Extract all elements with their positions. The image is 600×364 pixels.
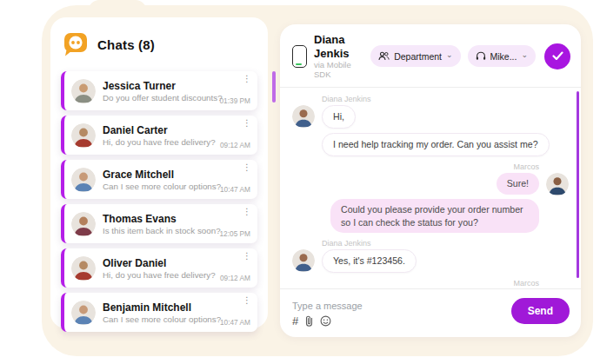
attachment-icon[interactable] bbox=[304, 315, 314, 327]
peer-channel: via Mobile SDK bbox=[314, 60, 363, 79]
message-sender-label: Marcos bbox=[292, 162, 539, 171]
conversation-header: Diana Jenkis via Mobile SDK Department ⌄ bbox=[280, 24, 581, 87]
bubble-stack: Yes, it's #123456. bbox=[322, 249, 417, 273]
messages-scrollbar[interactable] bbox=[577, 91, 579, 278]
message-row: Sure!Could you please provide your order… bbox=[292, 173, 569, 233]
headset-icon bbox=[476, 51, 486, 62]
mobile-device-icon bbox=[292, 45, 307, 68]
peer-name: Diana Jenkis bbox=[314, 33, 363, 60]
emoji-icon[interactable] bbox=[320, 315, 331, 327]
app-canvas: Chats (8) Jessica TurnerDo you offer stu… bbox=[0, 0, 600, 364]
chats-sidebar: Chats (8) Jessica TurnerDo you offer stu… bbox=[50, 17, 268, 328]
chat-time: 01:39 PM bbox=[219, 96, 250, 105]
chats-title: Chats (8) bbox=[97, 37, 155, 52]
hashtag-icon[interactable]: # bbox=[292, 315, 298, 327]
department-label: Department bbox=[394, 51, 442, 62]
chat-time: 10:47 AM bbox=[220, 185, 250, 194]
send-button[interactable]: Send bbox=[511, 298, 570, 324]
message-bubble: Yes, it's #123456. bbox=[322, 249, 417, 273]
chat-app-logo-icon bbox=[63, 31, 89, 57]
chat-name: Oliver Daniel bbox=[103, 257, 250, 270]
chat-name: Grace Mitchell bbox=[103, 169, 250, 182]
message-row: Yes, it's #123456. bbox=[292, 249, 569, 273]
department-people-icon bbox=[378, 51, 390, 61]
chat-time: 12:05 PM bbox=[219, 229, 250, 238]
avatar bbox=[71, 256, 96, 281]
chat-time: 09:12 AM bbox=[220, 274, 250, 282]
chat-name: Jessica Turner bbox=[103, 80, 250, 93]
kebab-menu-icon[interactable]: ⋮ bbox=[243, 252, 251, 261]
message-group: Diana JenkinsYes, it's #123456. bbox=[292, 239, 569, 273]
message-sender-label: Diana Jenkins bbox=[322, 95, 569, 103]
resolve-check-button[interactable] bbox=[544, 43, 570, 69]
chat-list-item[interactable]: Grace MitchellCan I see more colour opti… bbox=[61, 160, 257, 199]
chat-name: Daniel Carter bbox=[103, 124, 250, 137]
message-bubble: Hi, bbox=[322, 105, 356, 129]
message-bubble: Sure! bbox=[497, 173, 539, 195]
avatar bbox=[71, 123, 96, 148]
conversation-panel: Diana Jenkis via Mobile SDK Department ⌄ bbox=[280, 24, 581, 337]
avatar bbox=[546, 173, 569, 195]
messages-area: Diana JenkinsHi,I need help tracking my … bbox=[280, 88, 581, 288]
chat-time: 09:12 AM bbox=[220, 141, 250, 149]
avatar bbox=[71, 301, 96, 325]
bubble-stack: Sure!Could you please provide your order… bbox=[330, 173, 539, 233]
chat-list-item[interactable]: Thomas EvansIs this item back in stock s… bbox=[61, 204, 257, 243]
chat-time: 10:47 AM bbox=[220, 318, 250, 327]
check-icon bbox=[552, 51, 563, 61]
sidebar-header: Chats (8) bbox=[50, 17, 268, 68]
chevron-down-icon: ⌄ bbox=[521, 50, 528, 59]
chat-list-item[interactable]: Benjamin MitchellCan I see more colour o… bbox=[61, 293, 257, 332]
avatar bbox=[71, 79, 96, 103]
message-sender-label: Diana Jenkins bbox=[322, 239, 569, 248]
chevron-down-icon: ⌄ bbox=[446, 50, 453, 59]
kebab-menu-icon[interactable]: ⋮ bbox=[243, 208, 251, 216]
avatar bbox=[71, 168, 96, 192]
avatar bbox=[292, 105, 315, 128]
kebab-menu-icon[interactable]: ⋮ bbox=[243, 296, 251, 305]
avatar bbox=[71, 212, 96, 236]
department-dropdown[interactable]: Department ⌄ bbox=[370, 45, 460, 67]
chat-name: Benjamin Mitchell bbox=[103, 301, 250, 314]
bubble-stack: Hi,I need help tracking my order. Can yo… bbox=[322, 105, 550, 156]
message-bubble: I need help tracking my order. Can you a… bbox=[322, 133, 550, 156]
chat-list-item[interactable]: Daniel CarterHi, do you have free delive… bbox=[61, 116, 257, 155]
kebab-menu-icon[interactable]: ⋮ bbox=[243, 75, 251, 83]
chat-list-scrollbar[interactable] bbox=[272, 71, 276, 103]
message-row: Hi,I need help tracking my order. Can yo… bbox=[292, 105, 569, 156]
message-input[interactable] bbox=[292, 301, 466, 311]
avatar bbox=[292, 249, 315, 272]
peer-meta: Diana Jenkis via Mobile SDK bbox=[314, 33, 363, 79]
chat-list: Jessica TurnerDo you offer student disco… bbox=[50, 68, 268, 332]
agent-dropdown[interactable]: Mike... ⌄ bbox=[468, 45, 536, 67]
chat-name: Thomas Evans bbox=[103, 213, 250, 226]
message-group: MarcosThank you! Let me check that for y… bbox=[292, 279, 569, 288]
message-sender-label: Marcos bbox=[292, 279, 539, 288]
kebab-menu-icon[interactable]: ⋮ bbox=[243, 119, 251, 128]
kebab-menu-icon[interactable]: ⋮ bbox=[243, 163, 251, 172]
agent-label: Mike... bbox=[490, 51, 517, 62]
message-bubble: Could you please provide your order numb… bbox=[330, 199, 539, 234]
chat-list-item[interactable]: Oliver DanielHi, do you have free delive… bbox=[61, 248, 257, 288]
message-group: MarcosSure!Could you please provide your… bbox=[292, 162, 569, 233]
composer: # Send bbox=[280, 288, 581, 337]
message-group: Diana JenkinsHi,I need help tracking my … bbox=[292, 95, 569, 156]
chat-list-item[interactable]: Jessica TurnerDo you offer student disco… bbox=[61, 71, 257, 110]
